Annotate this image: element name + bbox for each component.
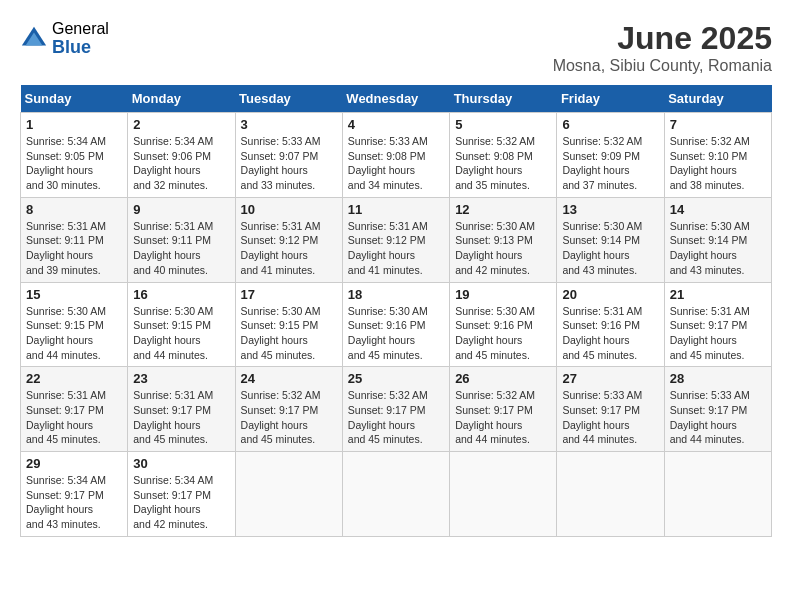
header-saturday: Saturday: [664, 85, 771, 113]
calendar-cell: 24 Sunrise: 5:32 AM Sunset: 9:17 PM Dayl…: [235, 367, 342, 452]
calendar-cell: 21 Sunrise: 5:31 AM Sunset: 9:17 PM Dayl…: [664, 282, 771, 367]
day-number: 12: [455, 202, 551, 217]
calendar-cell: 9 Sunrise: 5:31 AM Sunset: 9:11 PM Dayli…: [128, 197, 235, 282]
day-number: 17: [241, 287, 337, 302]
calendar-cell: 23 Sunrise: 5:31 AM Sunset: 9:17 PM Dayl…: [128, 367, 235, 452]
calendar-cell: 11 Sunrise: 5:31 AM Sunset: 9:12 PM Dayl…: [342, 197, 449, 282]
day-info: Sunrise: 5:30 AM Sunset: 9:16 PM Dayligh…: [348, 304, 444, 363]
day-info: Sunrise: 5:32 AM Sunset: 9:17 PM Dayligh…: [348, 388, 444, 447]
calendar-cell: [235, 452, 342, 537]
calendar-cell: 1 Sunrise: 5:34 AM Sunset: 9:05 PM Dayli…: [21, 113, 128, 198]
day-number: 15: [26, 287, 122, 302]
day-number: 27: [562, 371, 658, 386]
day-number: 16: [133, 287, 229, 302]
day-number: 25: [348, 371, 444, 386]
weekday-header-row: Sunday Monday Tuesday Wednesday Thursday…: [21, 85, 772, 113]
calendar-cell: 3 Sunrise: 5:33 AM Sunset: 9:07 PM Dayli…: [235, 113, 342, 198]
day-info: Sunrise: 5:33 AM Sunset: 9:07 PM Dayligh…: [241, 134, 337, 193]
day-info: Sunrise: 5:32 AM Sunset: 9:17 PM Dayligh…: [455, 388, 551, 447]
calendar-cell: 6 Sunrise: 5:32 AM Sunset: 9:09 PM Dayli…: [557, 113, 664, 198]
day-info: Sunrise: 5:30 AM Sunset: 9:16 PM Dayligh…: [455, 304, 551, 363]
calendar-cell: 10 Sunrise: 5:31 AM Sunset: 9:12 PM Dayl…: [235, 197, 342, 282]
day-number: 26: [455, 371, 551, 386]
day-number: 10: [241, 202, 337, 217]
calendar-cell: [664, 452, 771, 537]
day-info: Sunrise: 5:30 AM Sunset: 9:15 PM Dayligh…: [26, 304, 122, 363]
day-number: 14: [670, 202, 766, 217]
calendar-week-1: 1 Sunrise: 5:34 AM Sunset: 9:05 PM Dayli…: [21, 113, 772, 198]
calendar-week-4: 22 Sunrise: 5:31 AM Sunset: 9:17 PM Dayl…: [21, 367, 772, 452]
day-number: 13: [562, 202, 658, 217]
day-info: Sunrise: 5:31 AM Sunset: 9:16 PM Dayligh…: [562, 304, 658, 363]
calendar-week-3: 15 Sunrise: 5:30 AM Sunset: 9:15 PM Dayl…: [21, 282, 772, 367]
calendar-cell: 13 Sunrise: 5:30 AM Sunset: 9:14 PM Dayl…: [557, 197, 664, 282]
month-title: June 2025: [553, 20, 772, 57]
day-number: 11: [348, 202, 444, 217]
day-number: 19: [455, 287, 551, 302]
calendar-cell: 12 Sunrise: 5:30 AM Sunset: 9:13 PM Dayl…: [450, 197, 557, 282]
day-info: Sunrise: 5:31 AM Sunset: 9:11 PM Dayligh…: [133, 219, 229, 278]
calendar-cell: 17 Sunrise: 5:30 AM Sunset: 9:15 PM Dayl…: [235, 282, 342, 367]
day-number: 29: [26, 456, 122, 471]
day-info: Sunrise: 5:31 AM Sunset: 9:12 PM Dayligh…: [241, 219, 337, 278]
calendar-cell: 27 Sunrise: 5:33 AM Sunset: 9:17 PM Dayl…: [557, 367, 664, 452]
header-sunday: Sunday: [21, 85, 128, 113]
calendar-week-2: 8 Sunrise: 5:31 AM Sunset: 9:11 PM Dayli…: [21, 197, 772, 282]
day-info: Sunrise: 5:32 AM Sunset: 9:09 PM Dayligh…: [562, 134, 658, 193]
day-info: Sunrise: 5:30 AM Sunset: 9:15 PM Dayligh…: [133, 304, 229, 363]
day-number: 22: [26, 371, 122, 386]
location-title: Mosna, Sibiu County, Romania: [553, 57, 772, 75]
calendar-body: 1 Sunrise: 5:34 AM Sunset: 9:05 PM Dayli…: [21, 113, 772, 537]
day-info: Sunrise: 5:34 AM Sunset: 9:06 PM Dayligh…: [133, 134, 229, 193]
calendar-cell: 8 Sunrise: 5:31 AM Sunset: 9:11 PM Dayli…: [21, 197, 128, 282]
day-number: 1: [26, 117, 122, 132]
day-info: Sunrise: 5:31 AM Sunset: 9:17 PM Dayligh…: [133, 388, 229, 447]
header-friday: Friday: [557, 85, 664, 113]
day-info: Sunrise: 5:31 AM Sunset: 9:12 PM Dayligh…: [348, 219, 444, 278]
day-number: 7: [670, 117, 766, 132]
calendar-cell: 2 Sunrise: 5:34 AM Sunset: 9:06 PM Dayli…: [128, 113, 235, 198]
calendar-cell: 29 Sunrise: 5:34 AM Sunset: 9:17 PM Dayl…: [21, 452, 128, 537]
logo-icon: [20, 25, 48, 53]
calendar-cell: 5 Sunrise: 5:32 AM Sunset: 9:08 PM Dayli…: [450, 113, 557, 198]
day-number: 5: [455, 117, 551, 132]
logo-blue: Blue: [52, 38, 109, 58]
day-number: 9: [133, 202, 229, 217]
day-info: Sunrise: 5:31 AM Sunset: 9:17 PM Dayligh…: [26, 388, 122, 447]
calendar-cell: 20 Sunrise: 5:31 AM Sunset: 9:16 PM Dayl…: [557, 282, 664, 367]
day-number: 20: [562, 287, 658, 302]
logo: General Blue: [20, 20, 109, 57]
calendar-cell: 28 Sunrise: 5:33 AM Sunset: 9:17 PM Dayl…: [664, 367, 771, 452]
day-info: Sunrise: 5:32 AM Sunset: 9:17 PM Dayligh…: [241, 388, 337, 447]
day-info: Sunrise: 5:33 AM Sunset: 9:17 PM Dayligh…: [562, 388, 658, 447]
calendar-cell: 19 Sunrise: 5:30 AM Sunset: 9:16 PM Dayl…: [450, 282, 557, 367]
calendar-cell: 18 Sunrise: 5:30 AM Sunset: 9:16 PM Dayl…: [342, 282, 449, 367]
header-thursday: Thursday: [450, 85, 557, 113]
day-info: Sunrise: 5:34 AM Sunset: 9:17 PM Dayligh…: [26, 473, 122, 532]
logo-general: General: [52, 20, 109, 38]
day-info: Sunrise: 5:33 AM Sunset: 9:08 PM Dayligh…: [348, 134, 444, 193]
calendar-cell: [450, 452, 557, 537]
day-info: Sunrise: 5:30 AM Sunset: 9:13 PM Dayligh…: [455, 219, 551, 278]
calendar-cell: 14 Sunrise: 5:30 AM Sunset: 9:14 PM Dayl…: [664, 197, 771, 282]
day-info: Sunrise: 5:32 AM Sunset: 9:10 PM Dayligh…: [670, 134, 766, 193]
day-number: 28: [670, 371, 766, 386]
page-header: General Blue June 2025 Mosna, Sibiu Coun…: [20, 20, 772, 75]
header-tuesday: Tuesday: [235, 85, 342, 113]
day-info: Sunrise: 5:30 AM Sunset: 9:14 PM Dayligh…: [562, 219, 658, 278]
calendar-cell: 25 Sunrise: 5:32 AM Sunset: 9:17 PM Dayl…: [342, 367, 449, 452]
calendar-table: Sunday Monday Tuesday Wednesday Thursday…: [20, 85, 772, 537]
calendar-cell: 16 Sunrise: 5:30 AM Sunset: 9:15 PM Dayl…: [128, 282, 235, 367]
day-number: 30: [133, 456, 229, 471]
header-wednesday: Wednesday: [342, 85, 449, 113]
day-number: 4: [348, 117, 444, 132]
logo-text: General Blue: [52, 20, 109, 57]
day-number: 6: [562, 117, 658, 132]
day-number: 24: [241, 371, 337, 386]
day-info: Sunrise: 5:32 AM Sunset: 9:08 PM Dayligh…: [455, 134, 551, 193]
calendar-cell: 4 Sunrise: 5:33 AM Sunset: 9:08 PM Dayli…: [342, 113, 449, 198]
day-info: Sunrise: 5:34 AM Sunset: 9:05 PM Dayligh…: [26, 134, 122, 193]
calendar-cell: [557, 452, 664, 537]
day-info: Sunrise: 5:31 AM Sunset: 9:17 PM Dayligh…: [670, 304, 766, 363]
calendar-cell: 15 Sunrise: 5:30 AM Sunset: 9:15 PM Dayl…: [21, 282, 128, 367]
